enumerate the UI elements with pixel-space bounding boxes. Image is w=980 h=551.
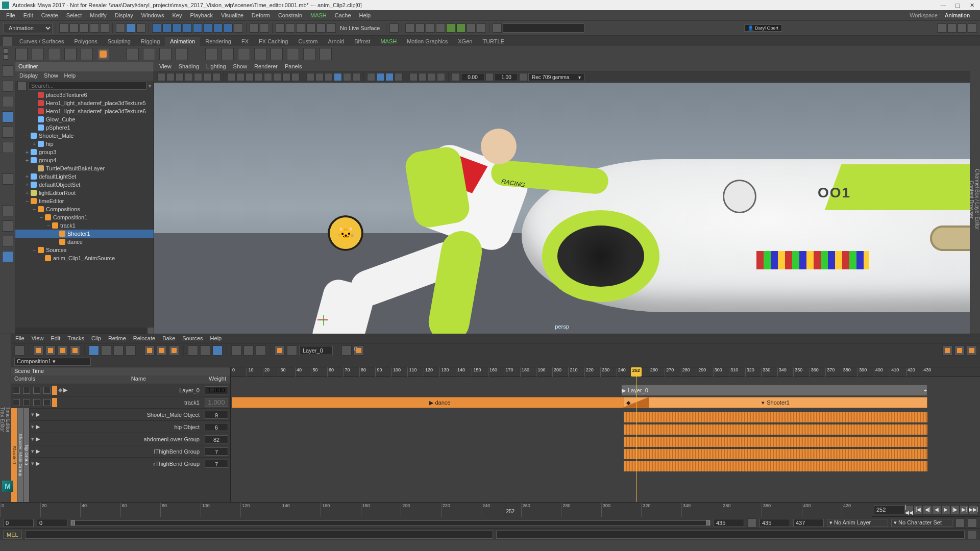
render-frame-icon[interactable]: [415, 23, 425, 33]
te-band-3[interactable]: [624, 437, 927, 447]
shelf-tab-mograph[interactable]: Motion Graphics: [402, 37, 453, 46]
vp-exposure-input[interactable]: [461, 73, 484, 81]
light-editor-icon[interactable]: [456, 23, 465, 33]
menu-file[interactable]: File: [2, 11, 19, 19]
window-maximize[interactable]: ▢: [953, 2, 962, 9]
te-timeline[interactable]: 0102030405060708090100110120130140150160…: [231, 367, 980, 502]
te-menu-view[interactable]: View: [32, 335, 44, 342]
toggle-modeling-icon[interactable]: [968, 23, 977, 33]
snap-toggle-icon[interactable]: [327, 23, 336, 33]
outliner-item[interactable]: +group3: [15, 148, 154, 156]
step-fwd-icon[interactable]: |▶: [950, 505, 960, 514]
timeeditor-open-icon[interactable]: [97, 48, 109, 60]
module-selector[interactable]: Animation: [3, 23, 53, 33]
te-row[interactable]: ▾▶rThighBend Group7: [30, 457, 230, 469]
ik-spline-icon[interactable]: [222, 48, 234, 60]
range-end-anim[interactable]: [760, 519, 790, 527]
te-mute-icon[interactable]: [14, 345, 24, 356]
menu-create[interactable]: Create: [37, 11, 62, 19]
te-group-shootermale[interactable]: Shooter_Male Group: [17, 408, 23, 502]
motiontrail-icon[interactable]: [64, 48, 77, 60]
range-end-play[interactable]: [714, 519, 744, 527]
range-start-play[interactable]: [37, 519, 67, 527]
te-zero-icon[interactable]: 0: [354, 345, 364, 356]
vp-xrayjoint-icon[interactable]: [325, 73, 333, 81]
te-hold-icon[interactable]: [157, 345, 167, 356]
move-tool-icon[interactable]: [2, 111, 13, 122]
te-playhead[interactable]: [636, 367, 636, 502]
te-ripple-icon[interactable]: [89, 345, 99, 356]
window-close[interactable]: ✕: [968, 2, 976, 9]
vp-grid-icon[interactable]: [203, 73, 211, 81]
setkey-icon[interactable]: [127, 48, 139, 60]
mask-joint-icon[interactable]: [162, 23, 172, 33]
command-search[interactable]: [503, 23, 584, 33]
goto-start-icon[interactable]: |◀◀: [904, 505, 914, 514]
layout-twoh-icon[interactable]: [2, 236, 13, 247]
scale-tool-icon[interactable]: [2, 142, 13, 153]
ipr-icon[interactable]: [426, 23, 435, 33]
outliner-scroll-r[interactable]: [148, 328, 154, 334]
outliner-item[interactable]: +defaultObjectSet: [15, 181, 154, 189]
range-lock-icon[interactable]: [747, 518, 756, 528]
outliner-item[interactable]: −track1: [15, 221, 154, 230]
te-menu-file[interactable]: File: [15, 335, 24, 342]
outliner-item[interactable]: anim_Clip1_AnimSource: [15, 254, 154, 262]
menu-help[interactable]: Help: [355, 11, 375, 19]
shelf-tab-bifrost[interactable]: Bifrost: [349, 37, 375, 46]
vp-2d-icon[interactable]: [185, 73, 193, 81]
outliner-item[interactable]: −Sources: [15, 246, 154, 254]
select-tool-icon[interactable]: [2, 65, 13, 77]
te-addpose-icon[interactable]: [70, 345, 80, 356]
pause-render-icon[interactable]: [477, 23, 486, 33]
character-set-dropdown[interactable]: ▾ No Character Set: [891, 519, 952, 527]
outliner-search[interactable]: [29, 82, 146, 90]
command-input[interactable]: [25, 531, 494, 539]
te-menu-help[interactable]: Help: [210, 335, 222, 342]
menu-cache[interactable]: Cache: [331, 11, 355, 19]
shelf-trash-icon[interactable]: [3, 55, 8, 60]
channel-box-tab[interactable]: Channel Box / Layer Editor: [974, 65, 980, 334]
snap-live-icon[interactable]: [316, 23, 326, 33]
shelf-tab-rigging[interactable]: Rigging: [136, 37, 165, 46]
menu-constrain[interactable]: Constrain: [274, 11, 306, 19]
mask-deform-icon[interactable]: [193, 23, 202, 33]
vp-wire-icon[interactable]: [236, 73, 244, 81]
outliner-item[interactable]: pSphere1: [15, 123, 154, 132]
vp-menu-panels[interactable]: Panels: [285, 63, 302, 70]
layout-outliner-icon[interactable]: [2, 251, 13, 262]
mask-surface-icon[interactable]: [183, 23, 192, 33]
vp-menu-renderer[interactable]: Renderer: [254, 63, 278, 70]
outliner-item[interactable]: place3dTexture6: [15, 91, 154, 99]
shelf-tab-mash[interactable]: MASH: [375, 37, 402, 46]
save-scene-icon[interactable]: [80, 23, 89, 33]
range-start-anim[interactable]: [3, 519, 34, 527]
outliner-item[interactable]: −Composition1: [15, 213, 154, 221]
mask-render-icon[interactable]: [213, 23, 223, 33]
wrap-icon[interactable]: [303, 48, 315, 60]
te-band-1[interactable]: [624, 412, 927, 422]
shelf-tab-animation[interactable]: Animation: [165, 37, 200, 46]
skeleton-icon[interactable]: [320, 48, 332, 60]
menu-modify[interactable]: Modify: [86, 11, 110, 19]
outliner-menu-display[interactable]: Display: [19, 72, 38, 80]
script-lang-toggle[interactable]: MEL: [3, 531, 22, 539]
menu-playback[interactable]: Playback: [186, 11, 217, 19]
shelf-tab-rendering[interactable]: Rendering: [200, 37, 236, 46]
outliner-item[interactable]: −timeEditor: [15, 197, 154, 205]
menu-key[interactable]: Key: [168, 11, 186, 19]
te-snap-icon[interactable]: [101, 345, 111, 356]
cluster-icon[interactable]: [254, 48, 266, 60]
mask-handle-icon[interactable]: [152, 23, 161, 33]
hypershade-icon[interactable]: [467, 23, 476, 33]
render-setup-icon[interactable]: [446, 23, 455, 33]
outliner-filter-icon[interactable]: [17, 81, 27, 90]
outliner-item[interactable]: Shooter1: [15, 230, 154, 238]
te-row[interactable]: ▾▶hip Object6: [30, 420, 230, 433]
vp-menu-lighting[interactable]: Lighting: [206, 63, 226, 70]
sculpt-icon[interactable]: [271, 48, 283, 60]
te-framesel-icon[interactable]: [954, 345, 965, 356]
te-menu-edit[interactable]: Edit: [51, 335, 60, 342]
attachpath-icon[interactable]: [81, 48, 93, 60]
play-fwd-icon[interactable]: ▶: [941, 505, 950, 514]
